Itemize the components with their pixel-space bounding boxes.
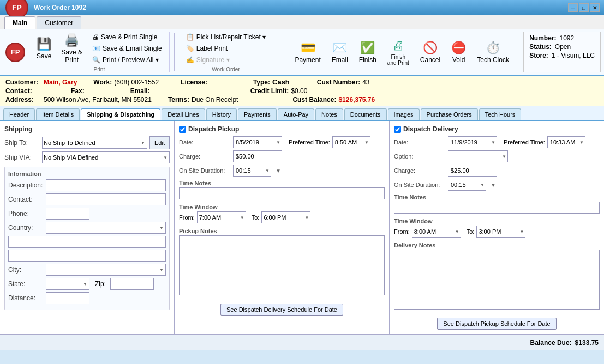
phone-input[interactable]: [46, 208, 89, 220]
tab-payments[interactable]: Payments: [238, 108, 277, 120]
cust-number-value: 43: [362, 78, 369, 86]
finish-icon: ✅: [360, 41, 375, 55]
delivery-duration-row: On Site Duration: ▼: [394, 179, 600, 191]
tab-auto-pay[interactable]: Auto-Pay: [278, 108, 314, 120]
maximize-btn[interactable]: □: [579, 3, 589, 12]
email-button[interactable]: ✉️ Email: [328, 39, 352, 65]
balance-due-value: $133.75: [575, 339, 599, 347]
tab-purchase-orders[interactable]: Purchase Orders: [421, 108, 478, 120]
preferred-time-input[interactable]: [332, 136, 370, 148]
delivery-option-select[interactable]: [448, 150, 508, 162]
pickup-notes-textarea[interactable]: [179, 235, 385, 295]
void-icon: ⛔: [451, 41, 466, 55]
terms-label: Terms:: [168, 96, 189, 104]
delivery-to-select[interactable]: 3:00 PM: [476, 226, 525, 238]
address-line2-input[interactable]: [8, 250, 166, 262]
signature-button[interactable]: ✍️ Signature ▾: [182, 54, 270, 65]
type-label: Type:: [253, 78, 270, 86]
print-group-label: Print: [94, 66, 105, 72]
work-value: (608) 002-1552: [114, 78, 159, 86]
window-controls[interactable]: ─ □ ✕: [568, 3, 600, 12]
delivery-from-label: From:: [394, 228, 410, 235]
state-select[interactable]: [46, 278, 89, 290]
ship-to-row: Ship To: No Ship To Defined Edit: [4, 136, 170, 149]
description-input[interactable]: [46, 179, 166, 191]
address-line1-input[interactable]: [8, 236, 166, 248]
tab-images[interactable]: Images: [388, 108, 420, 120]
delivery-date-input[interactable]: [448, 136, 497, 148]
pick-list-button[interactable]: 📋 Pick List/Repair Ticket ▾: [182, 32, 270, 43]
title-bar: FP Work Order 1092 ─ □ ✕: [0, 0, 604, 15]
pickup-time-notes-title: Time Notes: [179, 180, 385, 186]
ship-to-label: Ship To:: [4, 139, 40, 147]
tab-history[interactable]: History: [206, 108, 237, 120]
pickup-charge-row: Charge:: [179, 150, 385, 162]
ship-to-edit-button[interactable]: Edit: [149, 136, 170, 149]
signature-icon: ✍️: [186, 56, 194, 64]
delivery-time-notes-input[interactable]: [394, 202, 600, 214]
save-print-button[interactable]: 🖨️ Save & Print: [57, 32, 86, 65]
delivery-notes-textarea[interactable]: [394, 250, 600, 310]
delivery-charge-input[interactable]: [448, 165, 497, 177]
tech-clock-button[interactable]: ⏱️ Tech Clock: [473, 39, 513, 65]
minimize-btn[interactable]: ─: [568, 3, 578, 12]
tab-header[interactable]: Header: [3, 108, 35, 120]
cancel-button[interactable]: 🚫 Cancel: [416, 39, 444, 65]
contact-input[interactable]: [46, 193, 166, 205]
tab-documents[interactable]: Documents: [344, 108, 387, 120]
city-select[interactable]: [46, 264, 166, 276]
distance-row: Distance:: [8, 292, 166, 304]
tab-notes[interactable]: Notes: [315, 108, 343, 120]
state-zip-row: State: Zip:: [8, 278, 166, 290]
label-print-button[interactable]: 🏷️ Label Print: [182, 43, 270, 54]
status-value: Open: [555, 43, 571, 51]
tab-shipping-dispatching[interactable]: Shipping & Dispatching: [81, 108, 160, 120]
save-email-single-button[interactable]: 📧 Save & Email Single: [88, 43, 166, 54]
save-button[interactable]: 💾 Save: [33, 35, 55, 62]
save-icon: 💾: [37, 37, 51, 51]
pickup-duration-input[interactable]: [233, 165, 271, 177]
void-button[interactable]: ⛔ Void: [447, 39, 470, 65]
delivery-from-select[interactable]: 8:00 AM: [412, 226, 461, 238]
pickup-notes-title: Pickup Notes: [179, 228, 385, 234]
finish-button[interactable]: ✅ Finish: [355, 39, 380, 65]
state-label: State:: [8, 280, 44, 288]
dispatch-delivery-panel: Dispatch Delivery Date: Preferred Time: …: [390, 121, 604, 334]
ship-via-select[interactable]: No Ship VIA Defined: [42, 151, 170, 163]
customer-value: Main, Gary: [44, 78, 77, 86]
delivery-time-window-title: Time Window: [394, 218, 600, 225]
tab-item-details[interactable]: Item Details: [36, 108, 80, 120]
pickup-duration-label: On Site Duration:: [179, 167, 231, 174]
pickup-to-select[interactable]: 6:00 PM: [261, 211, 310, 223]
dispatch-delivery-checkbox[interactable]: [394, 126, 401, 133]
tab-main[interactable]: Main: [4, 16, 35, 29]
delivery-option-label: Option:: [394, 153, 446, 160]
dispatch-pickup-schedule-button[interactable]: See Dispatch Pickup Schedule For Date: [437, 318, 556, 330]
tab-tech-hours[interactable]: Tech Hours: [479, 108, 522, 120]
pickup-time-notes-input[interactable]: [179, 187, 385, 199]
pickup-date-input[interactable]: [233, 136, 282, 148]
zip-input[interactable]: [110, 278, 154, 290]
ship-to-select[interactable]: No Ship To Defined: [42, 137, 147, 149]
tab-customer[interactable]: Customer: [37, 16, 81, 29]
ribbon-group-workorder: 📋 Pick List/Repair Ticket ▾ 🏷️ Label Pri…: [179, 32, 273, 72]
save-print-single-button[interactable]: 🖨 Save & Print Single: [88, 32, 166, 43]
dispatch-delivery-schedule-button[interactable]: See Dispatch Delivery Schedule For Date: [220, 304, 343, 316]
pickup-charge-input[interactable]: [233, 150, 282, 162]
dispatch-pickup-checkbox[interactable]: [179, 126, 186, 133]
type-value: Cash: [272, 78, 290, 86]
tab-detail-lines[interactable]: Detail Lines: [162, 108, 205, 120]
distance-input[interactable]: [46, 292, 89, 304]
description-row: Description:: [8, 179, 166, 191]
delivery-duration-input[interactable]: [448, 179, 486, 191]
close-btn[interactable]: ✕: [590, 3, 600, 12]
ship-via-row: Ship VIA: No Ship VIA Defined: [4, 151, 170, 163]
pickup-from-select[interactable]: 7:00 AM: [197, 211, 246, 223]
finish-print-button[interactable]: 🖨 Finish and Print: [384, 37, 413, 68]
print-preview-button[interactable]: 🔍 Print / Preview All ▾: [88, 54, 166, 65]
payment-button[interactable]: 💳 Payment: [291, 39, 324, 65]
delivery-preferred-time-input[interactable]: [547, 136, 585, 148]
country-select[interactable]: [46, 222, 166, 234]
pickup-duration-row: On Site Duration: ▼: [179, 165, 385, 177]
pickup-time-window-row: From: 7:00 AM To: 6:00 PM: [179, 211, 385, 223]
